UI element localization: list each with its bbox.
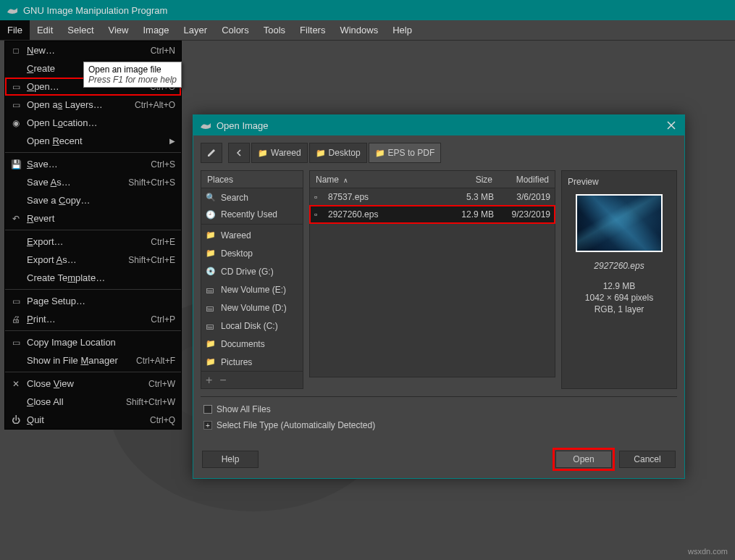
menu-help[interactable]: Help (385, 20, 419, 40)
file-menu-save-a-copy[interactable]: Save a Copy… (5, 191, 181, 209)
menu-select[interactable]: Select (60, 20, 101, 40)
place-icon: 🖴 (206, 304, 217, 312)
file-menu-export-as[interactable]: Export As…Shift+Ctrl+E (5, 251, 181, 269)
menu-edit[interactable]: Edit (30, 20, 60, 40)
menu-item-label: Revert (27, 213, 175, 224)
path-segment-desktop[interactable]: 📁Desktop (309, 143, 367, 163)
app-title: GNU Image Manipulation Program (23, 5, 167, 16)
open-button[interactable]: Open (555, 451, 612, 468)
path-segment-wareed[interactable]: 📁Wareed (251, 143, 308, 163)
menu-item-label: Quit (27, 414, 150, 425)
menu-view[interactable]: View (101, 20, 136, 40)
dialog-close-button[interactable] (664, 118, 679, 133)
file-icon: ▫ (314, 209, 324, 220)
menu-tools[interactable]: Tools (256, 20, 293, 40)
place-icon: 📁 (206, 339, 217, 348)
column-modified-header[interactable]: Modified (498, 175, 549, 185)
place-recently-used[interactable]: 🕘Recently Used (201, 206, 303, 225)
preview-header: Preview (568, 177, 671, 187)
menu-layer[interactable]: Layer (177, 20, 215, 40)
menu-filters[interactable]: Filters (293, 20, 332, 40)
path-edit-button[interactable] (201, 143, 222, 163)
file-menu-quit[interactable]: ⏻QuitCtrl+Q (5, 411, 181, 429)
place-new-volume-d[interactable]: 🖴New Volume (D:) (201, 298, 303, 317)
menu-item-icon (9, 62, 22, 75)
open-tooltip: Open an image file Press F1 for more hel… (83, 62, 182, 88)
file-menu-page-setup[interactable]: ▭Page Setup… (5, 292, 181, 310)
path-segment-eps-to-pdf[interactable]: 📁EPS to PDF (369, 143, 442, 163)
place-search[interactable]: 🔍Search (201, 188, 303, 206)
menu-item-label: Export As… (27, 254, 128, 265)
file-menu-save[interactable]: 💾Save…Ctrl+S (5, 155, 181, 173)
menu-item-icon (9, 396, 22, 409)
remove-bookmark-button[interactable]: − (219, 374, 226, 387)
menu-item-icon: 🖨 (9, 313, 22, 326)
menu-item-label: Open Recent (27, 135, 165, 146)
place-local-disk-c[interactable]: 🖴Local Disk (C:) (201, 317, 303, 335)
file-menu-save-as[interactable]: Save As…Shift+Ctrl+S (5, 173, 181, 191)
menu-item-icon (9, 354, 22, 367)
place-documents[interactable]: 📁Documents (201, 335, 303, 353)
menu-image[interactable]: Image (135, 20, 176, 40)
menu-item-icon (9, 135, 22, 148)
file-menu-show-in-file-manager[interactable]: Show in File ManagerCtrl+Alt+F (5, 351, 181, 369)
gimp-logo-icon (6, 4, 19, 17)
main-titlebar: GNU Image Manipulation Program (0, 0, 735, 20)
path-back-button[interactable] (228, 143, 250, 163)
file-row[interactable]: ▫87537.eps5.3 MB3/6/2019 (310, 188, 555, 206)
places-toolbar: + − (201, 371, 303, 388)
menu-windows[interactable]: Windows (332, 20, 385, 40)
menu-item-icon: ↶ (9, 212, 22, 225)
add-bookmark-button[interactable]: + (206, 374, 212, 387)
file-menu-close-all[interactable]: Close AllShift+Ctrl+W (5, 393, 181, 411)
menu-item-label: New… (27, 45, 151, 56)
help-button[interactable]: Help (202, 451, 259, 468)
file-menu-export[interactable]: Export…Ctrl+E (5, 233, 181, 251)
folder-icon: 📁 (258, 149, 268, 158)
place-cd-drive-g[interactable]: 💿CD Drive (G:) (201, 262, 303, 280)
show-all-files-option[interactable]: Show All Files (201, 401, 677, 417)
menu-file[interactable]: File (0, 20, 30, 40)
file-menu-revert[interactable]: ↶Revert (5, 209, 181, 227)
file-menu-open-as-layers[interactable]: ▭Open as Layers…Ctrl+Alt+O (5, 96, 181, 114)
menu-item-label: Create Template… (27, 272, 175, 283)
sort-asc-icon: ∧ (343, 177, 348, 184)
menu-colors[interactable]: Colors (214, 20, 256, 40)
preview-mode: RGB, 1 layer (568, 304, 671, 314)
expand-icon[interactable]: + (203, 421, 212, 430)
place-icon: 📁 (206, 230, 217, 240)
file-menu-create-template[interactable]: Create Template… (5, 269, 181, 287)
place-desktop[interactable]: 📁Desktop (201, 244, 303, 262)
file-menu-print[interactable]: 🖨Print…Ctrl+P (5, 310, 181, 328)
preview-dimensions: 1042 × 694 pixels (568, 293, 671, 303)
file-menu-open-location[interactable]: ◉Open Location… (5, 114, 181, 132)
menu-item-label: Close All (27, 396, 126, 407)
place-wareed[interactable]: 📁Wareed (201, 226, 303, 244)
file-menu-open-recent[interactable]: Open Recent▶ (5, 132, 181, 150)
place-new-volume-e[interactable]: 🖴New Volume (E:) (201, 280, 303, 298)
file-row[interactable]: ▫2927260.eps12.9 MB9/23/2019 (310, 206, 555, 223)
cancel-button[interactable]: Cancel (619, 451, 676, 468)
checkbox-icon[interactable] (203, 405, 212, 414)
column-size-header[interactable]: Size (449, 175, 492, 185)
menu-item-icon (9, 235, 22, 248)
column-name-header[interactable]: Name∧ (316, 175, 449, 185)
place-icon: 📁 (206, 248, 217, 258)
place-pictures[interactable]: 📁Pictures (201, 353, 303, 371)
menu-item-label: Copy Image Location (27, 337, 175, 348)
select-file-type-option[interactable]: + Select File Type (Automatically Detect… (201, 417, 677, 433)
main-menubar: FileEditSelectViewImageLayerColorsToolsF… (0, 20, 735, 41)
file-menu-new[interactable]: □New…Ctrl+N (5, 41, 181, 59)
menu-item-label: Save a Copy… (27, 195, 175, 206)
file-menu-close-view[interactable]: ✕Close ViewCtrl+W (5, 375, 181, 393)
place-icon: 💿 (206, 267, 217, 276)
menu-item-icon: □ (9, 44, 22, 57)
menu-item-icon (9, 272, 22, 285)
places-header[interactable]: Places (207, 175, 233, 185)
menu-item-icon (9, 176, 22, 189)
place-icon: 🔍 (206, 193, 217, 202)
menu-item-icon: ◉ (9, 117, 22, 130)
menu-item-label: Open Location… (27, 117, 175, 128)
file-menu-copy-image-location[interactable]: ▭Copy Image Location (5, 333, 181, 351)
submenu-arrow-icon: ▶ (169, 137, 175, 145)
